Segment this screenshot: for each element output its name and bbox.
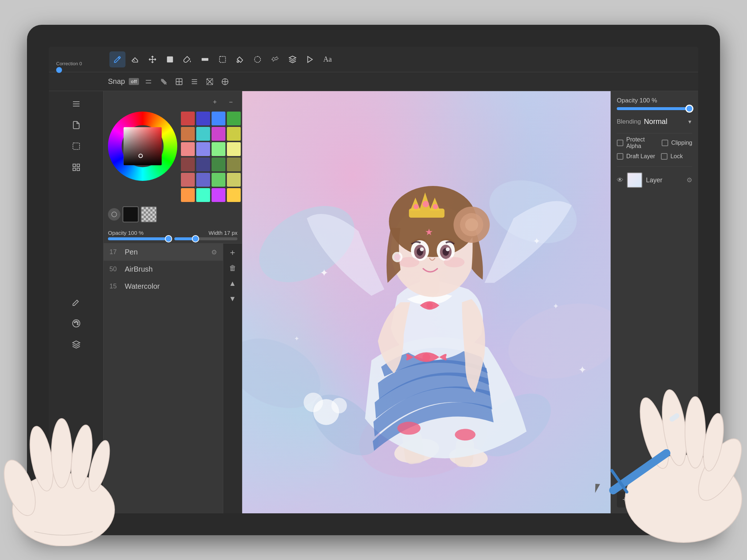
width-thumb[interactable] [192,235,199,242]
pencil-tool[interactable] [109,51,125,67]
opacity-slider[interactable] [108,237,171,240]
brush-add-btn[interactable]: + [226,246,240,260]
swatch-12[interactable] [227,142,241,156]
horiz-lines-icon[interactable] [189,76,200,88]
draft-layer-checkbox[interactable] [617,153,623,160]
rect-fill-tool[interactable] [162,51,178,67]
sidebar-brush-icon[interactable] [67,293,85,311]
circle-snap-icon[interactable] [219,76,231,88]
layer-add-btn[interactable]: + [617,491,633,508]
swatch-20[interactable] [227,173,241,187]
bucket-tool[interactable] [179,51,196,67]
sidebar-transform-icon[interactable] [67,158,85,176]
swatch-4[interactable] [227,112,241,125]
foreground-color[interactable] [123,206,139,222]
swatch-17[interactable] [181,173,195,187]
swatch-6[interactable] [196,127,210,141]
layer-eye-icon[interactable]: 👁 [617,176,623,184]
sidebar-menu-icon[interactable] [67,95,85,113]
layer-name-1: Layer [646,176,683,184]
swatch-21[interactable] [181,188,195,202]
grid-lines-icon[interactable] [143,76,154,88]
svg-point-61 [414,204,419,209]
eraser-tool[interactable] [127,51,143,67]
brush-up-btn[interactable]: ▲ [226,276,240,290]
layer-item-1[interactable]: 👁 Layer ⚙ [617,170,692,191]
swatch-10[interactable] [196,142,210,156]
width-slider[interactable] [174,237,238,240]
opacity-thumb[interactable] [165,235,172,242]
lock-checkbox[interactable] [661,153,667,160]
svg-point-3 [237,61,239,62]
brush-settings-1[interactable]: ⚙ [211,248,217,256]
swatch-16[interactable] [227,158,241,171]
layer-opacity-thumb[interactable] [685,105,693,113]
color-wheel[interactable] [108,112,177,181]
brush-num-1: 17 [109,248,120,256]
layer-delete-btn[interactable]: 🗑 [636,491,652,508]
select-lasso-tool[interactable] [267,51,283,67]
swatch-13[interactable] [181,158,195,171]
brush-down-btn[interactable]: ▼ [226,292,240,306]
swatch-14[interactable] [196,158,210,171]
color-mixer-btn[interactable] [108,208,120,221]
tablet-screen: Correction 0 [49,47,698,513]
sidebar-palette-icon[interactable] [67,314,85,332]
arrow-tool[interactable] [302,51,318,67]
lock-label: Lock [670,153,683,160]
selection-rect-tool[interactable] [214,51,231,67]
layer-opacity-slider[interactable] [617,107,692,110]
layer-tool[interactable] [285,51,301,67]
sidebar-redo-icon[interactable] [67,491,85,510]
artwork-canvas[interactable]: ★ [242,91,611,513]
swatch-24[interactable] [227,188,241,202]
cross-diagonal-icon[interactable] [204,76,216,88]
remove-color-btn[interactable]: − [224,96,237,109]
canvas-area[interactable]: ★ [242,91,611,513]
swatch-8[interactable] [227,127,241,141]
swatch-11[interactable] [212,142,225,156]
saturation-picker[interactable] [124,127,162,166]
svg-point-50 [422,353,430,361]
svg-point-31 [74,322,75,323]
background-color[interactable] [141,206,157,222]
shape-tool[interactable] [197,51,213,67]
sidebar-layers-icon[interactable] [67,335,85,354]
clipping-checkbox[interactable] [662,140,668,146]
swatch-5[interactable] [181,127,195,141]
brush-delete-btn[interactable]: 🗑 [226,261,240,275]
add-color-btn[interactable]: + [208,96,221,109]
sidebar-undo-icon[interactable] [67,470,85,489]
brush-item-3[interactable]: 15 Watercolor [104,278,223,295]
swatch-3[interactable] [212,112,225,125]
diagonal-lines-icon[interactable] [158,76,170,88]
swatch-1[interactable] [181,112,195,125]
swatch-23[interactable] [212,188,225,202]
svg-rect-27 [77,164,80,167]
square-grid-icon[interactable] [173,76,185,88]
color-wheel-container[interactable] [108,112,177,181]
transform-tool[interactable] [144,51,160,67]
swatch-22[interactable] [196,188,210,202]
swatch-19[interactable] [212,173,225,187]
brush-item-1[interactable]: 17 Pen ⚙ [104,244,223,261]
left-panel: + − [104,91,242,513]
brush-item-2[interactable]: 50 AirBrush [104,261,223,278]
select-pen-tool[interactable] [249,51,266,67]
swatch-15[interactable] [212,158,225,171]
swatch-2[interactable] [196,112,210,125]
swatch-7[interactable] [212,127,225,141]
layer-settings-btn[interactable]: ⚙ [686,176,692,184]
protect-alpha-checkbox[interactable] [617,140,623,146]
blending-dropdown-btn[interactable]: ▼ [687,119,692,125]
swatch-18[interactable] [196,173,210,187]
text-tool[interactable]: Aa [320,51,336,67]
color-picker-dot [139,153,143,158]
svg-rect-29 [73,168,76,171]
snap-off-badge[interactable]: off [129,78,139,85]
sidebar-newfile-icon[interactable] [67,116,85,134]
eyedropper-tool[interactable] [232,51,248,67]
svg-point-72 [446,247,450,251]
swatch-9[interactable] [181,142,195,156]
sidebar-selection-icon[interactable] [67,137,85,155]
